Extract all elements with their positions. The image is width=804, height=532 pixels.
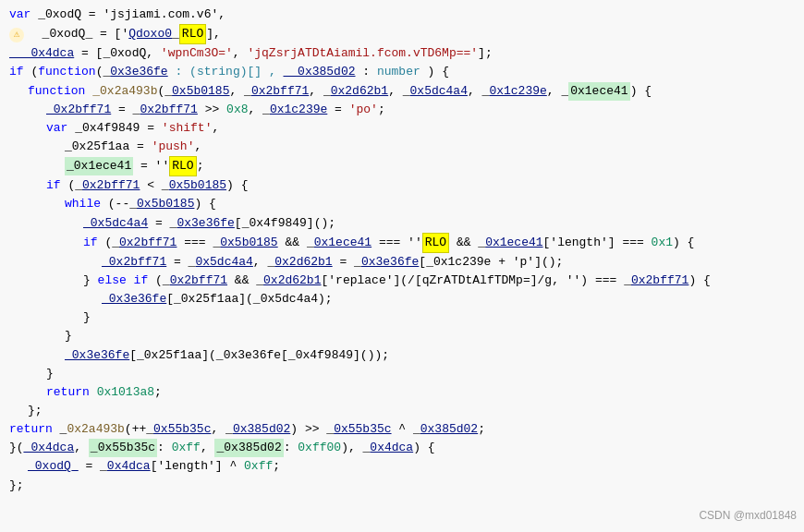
token: if [46, 176, 61, 195]
token: ) { [673, 234, 694, 252]
token: ; [378, 101, 385, 119]
token: _0x55b35c [89, 439, 157, 457]
token [90, 383, 97, 402]
token: 0x2bff71 [119, 234, 177, 252]
token: ; [478, 420, 485, 439]
token: 0x2d62b1 [331, 82, 388, 101]
code-line: }(_0x4dca, _0x55b35c: 0xff, _0x385d02: 0… [9, 439, 795, 457]
token: _0x2bff71 [102, 253, 166, 272]
token: 0x3e36fe [177, 214, 234, 233]
token: 0x3e36fe [361, 253, 419, 272]
code-line: function _0x2a493b(_0x5b0185, _0x2bff71,… [9, 82, 795, 101]
token: = _ [79, 457, 107, 476]
code-line: return _0x2a493b(++_0x55b35c, _0x385d02)… [9, 420, 795, 439]
token: 0x1ece41 [314, 234, 372, 252]
token: (++_ [125, 420, 153, 439]
token: 0x1ece41 [568, 82, 629, 101]
token: 0x5b0185 [172, 82, 229, 101]
token: , _ [211, 420, 232, 439]
token: 0x1c239e [489, 82, 546, 101]
token: 0x2bff71 [631, 272, 688, 290]
token: } [83, 272, 98, 290]
token: 0x385d02 [420, 420, 478, 439]
token: (_ [61, 176, 82, 195]
code-line: ⚠ _0xodQ_ = ['Qdoxo0_RLO], [9, 24, 795, 44]
token: 0x8 [226, 101, 248, 119]
token: : [284, 439, 298, 457]
token: 0x5b0185 [137, 195, 194, 213]
token: ( [24, 63, 39, 81]
token: _0x385d02 [284, 63, 356, 81]
token: (--_ [101, 195, 137, 213]
code-line: _0x2bff71 = _0x5dc4a4, _0x2d62b1 = _0x3e… [9, 253, 795, 272]
token: 0x2d62b1 [274, 253, 332, 272]
token: 0x55b35c [153, 420, 211, 439]
token: ), _ [341, 439, 370, 457]
token: 0x2bff71 [140, 101, 197, 119]
token: while [65, 195, 101, 213]
token: ; [197, 157, 204, 175]
token: _0x3e36fe [65, 346, 129, 365]
token: , _ [547, 82, 568, 101]
token: , _ [309, 82, 330, 101]
token: var [9, 6, 30, 24]
token: ); [321, 214, 335, 233]
token: RLO [169, 156, 196, 176]
token: ) { [226, 176, 248, 195]
token: = _ [111, 101, 140, 119]
token: , _ [388, 82, 409, 101]
code-line: } else if (_0x2bff71 && _0x2d62b1['repla… [9, 272, 795, 290]
token: Qdoxo0 [128, 25, 172, 43]
code-line: _0x3e36fe[_0x25f1aa](_0x3e36fe[_0x4f9849… [9, 346, 795, 365]
token: _0x385d02 [214, 439, 283, 457]
token: [_0x25f1aa](_0x5dc4a4); [166, 290, 332, 308]
token: ) { [194, 195, 215, 213]
token: ['length'] === [543, 234, 652, 252]
token: 0xff [244, 457, 273, 476]
token: function [28, 82, 85, 101]
token: 0x4dca [370, 439, 413, 457]
token: (_ [96, 63, 111, 81]
code-line: while (--_0x5b0185) { [9, 195, 795, 213]
code-line: }; [9, 477, 795, 495]
code-line: _0x25f1aa = 'push', [9, 138, 795, 156]
code-line: if (_0x2bff71 < _0x5b0185) { [9, 176, 795, 195]
token: if [83, 234, 98, 252]
token: _0xodQ = 'jsjiami.com.v6', [30, 6, 225, 24]
code-line: if (_0x2bff71 === _0x5b0185 && _0x1ece41… [9, 233, 795, 253]
token: var [46, 119, 67, 138]
token: === _ [177, 234, 220, 252]
token: , _ [468, 82, 489, 101]
token: 0x5dc4a4 [195, 253, 252, 272]
code-line: var _0xodQ = 'jsjiami.com.v6', [9, 6, 795, 24]
token: , [74, 439, 89, 457]
token: _0x4dca [24, 439, 75, 457]
token: return [9, 420, 53, 439]
token: ; [273, 457, 280, 476]
token: [_0x1c239e + 'p']( [419, 253, 548, 272]
token: , [212, 119, 219, 138]
token: }( [9, 439, 24, 457]
token: 0x1 [652, 234, 673, 252]
token: _0x2bff71 [46, 101, 111, 119]
token: 0x4dca [107, 457, 151, 476]
token: 'wpnCm3O=' [161, 44, 233, 63]
token: 'push' [152, 138, 195, 156]
code-line: } [9, 327, 795, 345]
token: : (string)[] , [168, 63, 284, 81]
token: 0x55b35c [334, 420, 391, 439]
token: 0x2a493b [67, 420, 124, 439]
token: = '' [133, 157, 169, 175]
token: < _ [140, 176, 168, 195]
code-line: _0x3e36fe[_0x25f1aa](_0x5dc4a4); [9, 290, 795, 308]
token: = _ [148, 214, 177, 233]
token: 0x385d02 [233, 420, 290, 439]
token: ) { [420, 63, 449, 81]
code-line: return 0x1013a8; [9, 383, 795, 402]
token: _0xodQ_ = [' [28, 25, 128, 43]
token: 'jqZsrjATDtAiamil.fcom.vTD6Mp==' [247, 44, 478, 63]
token: , _ [229, 82, 250, 101]
token: 'shift' [162, 119, 213, 138]
code-line: _0x1ece41 = ''RLO; [9, 156, 795, 176]
token: , _ [248, 101, 269, 119]
